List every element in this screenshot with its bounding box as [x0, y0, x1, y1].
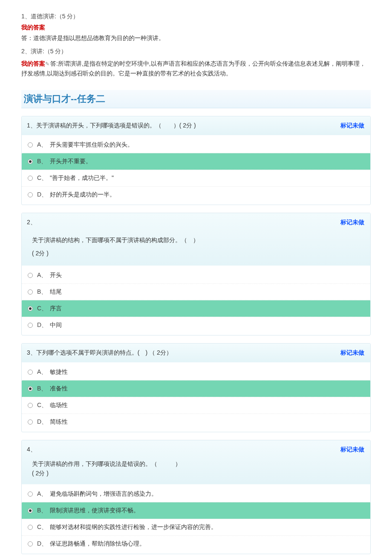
- mark-not-done[interactable]: 标记未做: [340, 121, 364, 131]
- option-b[interactable]: B、 限制演讲思维，使演讲变得不畅。: [22, 502, 370, 519]
- option-letter: B、: [37, 288, 50, 296]
- option-text: 结尾: [50, 288, 62, 296]
- essay-q1-answer: 答：道德演讲是指以思想品德教育为目的的一种演讲。: [21, 33, 371, 43]
- options-list: A、 敏捷性 B、 准备性 C、 临场性 D、 简练性: [22, 362, 370, 432]
- essay-q2-title: 2、演讲:（5 分）: [21, 48, 371, 55]
- option-letter: B、: [37, 507, 50, 515]
- question-number: 4、: [27, 446, 36, 453]
- option-text: 中间: [50, 321, 62, 329]
- radio-icon[interactable]: [28, 289, 33, 295]
- option-d[interactable]: D、 简练性: [22, 413, 370, 430]
- option-text: 开头需要牢牢抓住听众的兴头。: [50, 141, 133, 149]
- option-text: 序言: [50, 305, 62, 312]
- options-list: A、 避免临场斟酌词句，增强语言的感染力。 B、 限制演讲思维，使演讲变得不畅。…: [22, 484, 370, 554]
- radio-icon[interactable]: [28, 419, 33, 425]
- radio-icon[interactable]: [28, 386, 33, 391]
- essay-q1-title: 1、道德演讲:（5 分）: [21, 13, 371, 20]
- option-letter: D、: [37, 418, 50, 426]
- stem-line-2: ( 2分 ): [32, 468, 360, 478]
- option-text: 能够对选材和提纲的实践性进行检验，进一步保证内容的完善。: [50, 523, 217, 531]
- question-card-3: 3、下列哪个选项不属于即兴演讲的特点。( ) （ 2分） 标记未做 A、 敏捷性…: [21, 343, 371, 432]
- option-text: 开头: [50, 272, 62, 279]
- radio-icon[interactable]: [28, 403, 33, 408]
- mark-not-done[interactable]: 标记未做: [340, 445, 364, 455]
- option-a[interactable]: A、 开头需要牢牢抓住听众的兴头。: [22, 137, 370, 153]
- option-letter: C、: [37, 402, 50, 409]
- option-d[interactable]: D、 保证思路畅通，帮助消除怯场心理。: [22, 535, 370, 552]
- option-b[interactable]: B、 结尾: [22, 283, 370, 300]
- options-list: A、 开头需要牢牢抓住听众的兴头。 B、 开头并不重要。 C、 "善于始者，成功…: [22, 135, 370, 205]
- option-c[interactable]: C、 能够对选材和提纲的实践性进行检验，进一步保证内容的完善。: [22, 519, 370, 535]
- radio-icon[interactable]: [28, 142, 33, 147]
- option-letter: D、: [37, 540, 50, 548]
- question-number: 1、: [27, 122, 36, 129]
- option-text: 保证思路畅通，帮助消除怯场心理。: [50, 540, 145, 548]
- mark-not-done[interactable]: 标记未做: [340, 217, 364, 228]
- stem-line-1: 关于演讲稿的作用，下列哪项说法是错误的。（ ）: [32, 459, 360, 468]
- option-b[interactable]: B、 开头并不重要。: [22, 153, 370, 170]
- question-stem: 下列哪个选项不属于即兴演讲的特点。( ) （ 2分）: [36, 349, 172, 356]
- question-number: 3、: [27, 349, 36, 356]
- radio-icon[interactable]: [28, 525, 33, 530]
- option-text: "善于始者，成功已半。": [50, 174, 114, 182]
- radio-icon[interactable]: [28, 541, 33, 546]
- radio-icon[interactable]: [28, 306, 33, 311]
- option-text: 避免临场斟酌词句，增强语言的感染力。: [50, 490, 157, 498]
- option-text: 开头并不重要。: [50, 158, 92, 165]
- radio-icon[interactable]: [28, 491, 33, 497]
- option-a[interactable]: A、 开头: [22, 267, 370, 283]
- question-stem: 关于演讲稿的作用，下列哪项说法是错误的。（ ） ( 2分 ): [27, 455, 365, 480]
- question-head: 4、 标记未做 关于演讲稿的作用，下列哪项说法是错误的。（ ） ( 2分 ): [22, 440, 370, 484]
- stem-line-1: 关于演讲稿的结构，下面哪项不属于演讲稿的构成部分。（ ）: [32, 234, 360, 247]
- radio-icon[interactable]: [28, 159, 33, 164]
- radio-icon[interactable]: [28, 192, 33, 197]
- option-a[interactable]: A、 敏捷性: [22, 364, 370, 380]
- option-d[interactable]: D、 中间: [22, 317, 370, 333]
- radio-icon[interactable]: [28, 323, 33, 328]
- option-b[interactable]: B、 准备性: [22, 380, 370, 397]
- option-text: 限制演讲思维，使演讲变得不畅。: [50, 507, 139, 515]
- option-text: 简练性: [50, 418, 68, 426]
- options-list: A、 开头 B、 结尾 C、 序言 D、 中间: [22, 266, 370, 335]
- option-letter: D、: [37, 191, 50, 199]
- option-letter: A、: [37, 272, 50, 279]
- question-card-1: 1、关于演讲稿的开头，下列哪项选项是错误的。（ ）( 2分 ) 标记未做 A、 …: [21, 116, 371, 205]
- question-number: 2、: [27, 219, 36, 225]
- option-letter: D、: [37, 321, 50, 329]
- question-head: 2、 标记未做 关于演讲稿的结构，下面哪项不属于演讲稿的构成部分。（ ） ( 2…: [22, 213, 370, 266]
- option-text: 准备性: [50, 385, 68, 393]
- option-letter: B、: [37, 158, 50, 165]
- option-text: 临场性: [50, 402, 68, 409]
- my-answer-label-2: 我的答案: [21, 60, 45, 67]
- question-stem: 关于演讲稿的结构，下面哪项不属于演讲稿的构成部分。（ ） ( 2分 ): [27, 228, 365, 262]
- option-letter: A、: [37, 368, 50, 376]
- option-letter: A、: [37, 141, 50, 149]
- radio-icon[interactable]: [28, 273, 33, 278]
- question-card-4: 4、 标记未做 关于演讲稿的作用，下列哪项说法是错误的。（ ） ( 2分 ) A…: [21, 440, 371, 554]
- mark-not-done[interactable]: 标记未做: [340, 348, 364, 358]
- pencil-icon[interactable]: ✎: [45, 61, 49, 67]
- option-letter: C、: [37, 174, 50, 182]
- radio-icon[interactable]: [28, 176, 33, 181]
- essay-q2-answer: 答:所谓演讲,是指在特定的时空环境中,以有声语言和相应的体态语言为手段，公开向听…: [21, 60, 366, 76]
- option-d[interactable]: D、 好的开头是成功的一半。: [22, 186, 370, 203]
- question-stem: 关于演讲稿的开头，下列哪项选项是错误的。（ ）( 2分 ): [36, 122, 196, 129]
- question-head: 1、关于演讲稿的开头，下列哪项选项是错误的。（ ）( 2分 ) 标记未做: [22, 116, 370, 135]
- option-c[interactable]: C、 序言: [22, 300, 370, 317]
- option-c[interactable]: C、 "善于始者，成功已半。": [22, 170, 370, 186]
- option-text: 敏捷性: [50, 368, 68, 376]
- option-c[interactable]: C、 临场性: [22, 397, 370, 413]
- option-letter: C、: [37, 523, 50, 531]
- option-letter: B、: [37, 385, 50, 393]
- question-card-2: 2、 标记未做 关于演讲稿的结构，下面哪项不属于演讲稿的构成部分。（ ） ( 2…: [21, 213, 371, 335]
- radio-icon[interactable]: [28, 508, 33, 513]
- radio-icon[interactable]: [28, 370, 33, 375]
- section-title: 演讲与口才--任务二: [21, 90, 371, 108]
- option-letter: A、: [37, 490, 50, 498]
- option-letter: C、: [37, 305, 50, 312]
- stem-line-2: ( 2分 ): [32, 247, 360, 260]
- option-text: 好的开头是成功的一半。: [50, 191, 115, 199]
- my-answer-label-1: 我的答案: [21, 24, 371, 32]
- option-a[interactable]: A、 避免临场斟酌词句，增强语言的感染力。: [22, 486, 370, 502]
- essay-q2-block: 我的答案✎答:所谓演讲,是指在特定的时空环境中,以有声语言和相应的体态语言为手段…: [21, 59, 371, 78]
